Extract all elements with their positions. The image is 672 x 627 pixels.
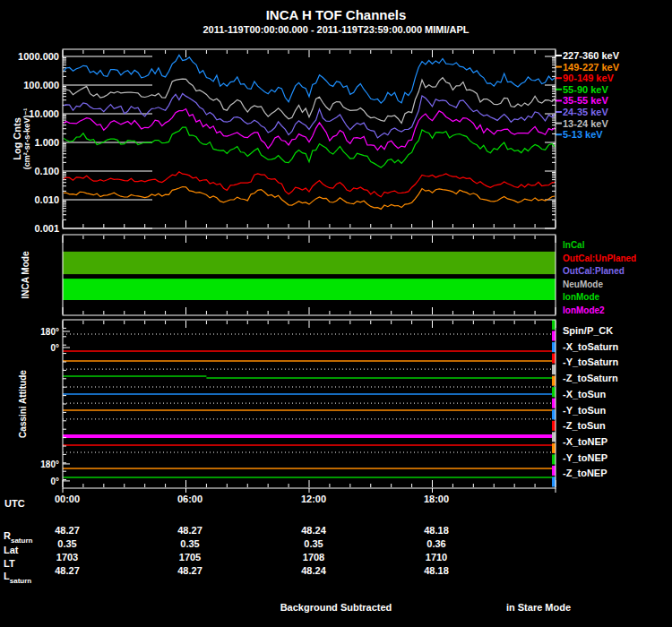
table-cell: 48.27 [177, 565, 202, 576]
attitude-color-strip-segment [552, 354, 556, 364]
table-cell: 0.36 [426, 538, 445, 549]
legend-item-attitude: -Y_toSun [563, 405, 606, 416]
legend-item-mode: InCal [563, 240, 584, 250]
legend-item-attitude: -X_toSun [563, 389, 606, 399]
legend-item-attitude: -Z_toSaturn [563, 373, 618, 383]
legend-item-attitude: -X_toNEP [563, 436, 607, 447]
series-5-13-kev [63, 56, 556, 104]
attitude-color-strip-segment [552, 466, 556, 476]
attitude-color-strip-segment [552, 376, 556, 386]
legend-item-attitude: -Y_toSaturn [563, 356, 618, 367]
legend-item-mode: NeuMode [563, 279, 603, 289]
table-cell: 48.24 [301, 565, 326, 576]
attitude-color-strip-segment [552, 399, 556, 408]
series-90-149-kev [63, 172, 556, 197]
legend-item-tof: 35-55 keV [563, 95, 608, 106]
table-row-label: Lsaturn [4, 571, 31, 581]
attitude-color-strip-segment [552, 454, 556, 464]
y-tick-label: 0.010 [4, 194, 59, 205]
legend-item-tof: 149-227 keV [563, 62, 619, 73]
table-cell: 48.27 [177, 525, 202, 536]
row-label-text: L [4, 571, 10, 581]
attitude-color-strip-segment [552, 421, 556, 431]
table-row-label: Rsaturn [4, 530, 32, 541]
y-tick-label: 10.000 [4, 108, 59, 119]
row-label-text: Lat [4, 545, 19, 555]
attitude-color-strip-segment [552, 365, 556, 374]
attitude-color-strip-segment [552, 409, 556, 419]
attitude-color-strip-segment [552, 342, 556, 352]
table-cell: 0.35 [304, 538, 323, 549]
table-cell: 0.35 [57, 538, 76, 549]
y-tick-label: 1000.000 [4, 51, 59, 62]
table-cell: 48.27 [55, 525, 80, 536]
utc-value: 06:00 [177, 494, 202, 504]
utc-value: 12:00 [301, 494, 326, 504]
attitude-color-strip-segment [552, 477, 556, 487]
row-label-subscript: saturn [11, 537, 32, 545]
legend-item-attitude: -Z_toNEP [563, 468, 607, 478]
row-label-subscript: saturn [10, 577, 31, 585]
footer-note-left: Background Subtracted [280, 602, 392, 613]
table-cell: 48.24 [301, 525, 326, 536]
attitude-color-strip-segment [552, 320, 556, 330]
utc-row-label: UTC [4, 498, 25, 509]
table-cell: 48.18 [424, 565, 449, 576]
attitude-tick-label: 0° [4, 477, 59, 486]
y-tick-label: 1.000 [4, 137, 59, 148]
legend-item-attitude: -Z_toSun [563, 420, 606, 431]
row-label-text: R [4, 530, 11, 541]
table-cell: 1703 [56, 552, 78, 563]
y-axis-title-middle: INCA Mode [21, 230, 33, 320]
inca-plot-window: INCA H TOF Channels 2011-119T00:00:00.00… [0, 0, 672, 627]
top-panel-curves [63, 56, 556, 210]
legend-item-tof: 227-360 keV [563, 50, 619, 61]
table-row-label: LT [4, 558, 15, 569]
attitude-color-strip-segment [552, 432, 556, 442]
legend-item-tof: 5-13 keV [563, 129, 603, 140]
legend-item-attitude: -X_toSaturn [563, 341, 618, 352]
y-tick-label: 100.000 [4, 80, 59, 90]
y-tick-label: 0.100 [4, 166, 59, 176]
table-cell: 48.27 [55, 565, 80, 576]
attitude-color-strip-segment [552, 443, 556, 453]
legend-item-tof: 55-90 keV [563, 84, 608, 95]
legend-item-attitude: -Y_toNEP [563, 452, 607, 463]
legend-item-mode: OutCal:UnPlaned [563, 253, 636, 263]
legend-item-tof: 13-24 keV [563, 118, 608, 129]
series-55-90-kev [63, 127, 556, 167]
footer-note-right: in Stare Mode [506, 602, 571, 613]
attitude-tick-label: 180° [4, 460, 59, 469]
attitude-tick-label: 0° [4, 343, 59, 353]
legend-item-tof: 90-149 keV [563, 73, 614, 83]
table-cell: 48.18 [424, 525, 449, 536]
panel-border-2 [63, 235, 556, 315]
series-13-24-kev [63, 78, 556, 124]
plot-subtitle: 2011-119T00:00:00.000 - 2011-119T23:59:0… [202, 24, 469, 35]
utc-value: 00:00 [55, 494, 80, 504]
attitude-color-strip-segment [552, 387, 556, 397]
mode-bar-2 [63, 279, 556, 300]
mode-bar-1 [63, 252, 556, 274]
table-cell: 1708 [303, 552, 324, 563]
legend-item-mode: IonMode [563, 292, 599, 302]
table-cell: 1705 [179, 552, 201, 563]
page-title: INCA H TOF Channels [266, 7, 407, 22]
attitude-color-strip-segment [552, 331, 556, 341]
y-tick-label: 0.001 [4, 223, 59, 234]
utc-value: 18:00 [424, 494, 449, 504]
row-label-text: LT [4, 558, 15, 569]
legend-item-mode: IonMode2 [563, 305, 605, 315]
legend-item-attitude: Spin/P_CK [563, 325, 613, 336]
panel-border-3 [63, 320, 556, 488]
table-row-label: Lat [4, 545, 19, 555]
series-149-227-kev [63, 187, 556, 210]
table-cell: 1710 [426, 552, 447, 563]
legend-item-tof: 24-35 keV [563, 107, 608, 117]
attitude-tick-label: 180° [4, 327, 59, 337]
legend-item-mode: OutCal:Planed [563, 266, 625, 276]
y-axis-title-bottom: Cassini Attitude [18, 341, 30, 467]
table-cell: 0.35 [180, 538, 199, 549]
